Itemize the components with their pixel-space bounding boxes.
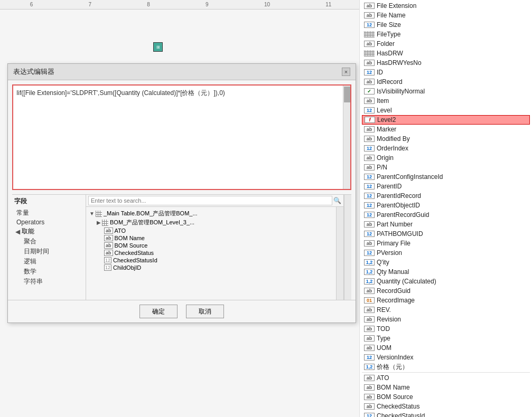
- fields-item-constants[interactable]: 常量: [14, 208, 83, 218]
- sidebar-item-recordimage[interactable]: 01 RecordImage: [362, 296, 530, 305]
- num-icon: 1,2: [364, 364, 375, 370]
- sidebar-item-quantity-calculated[interactable]: 1,2 Quantity (Calculated): [362, 277, 530, 286]
- ab-icon: ab: [364, 307, 375, 313]
- tree-12-icon: 12: [104, 257, 111, 263]
- sidebar-item-bomsource2[interactable]: ab BOM Source: [362, 392, 530, 402]
- sidebar-item-filetype[interactable]: FileType: [362, 30, 530, 39]
- sidebar-item-tod[interactable]: ab TOD: [362, 324, 530, 334]
- fields-item-datetime[interactable]: 日期时间: [22, 247, 83, 257]
- sidebar-item-origin[interactable]: ab Origin: [362, 153, 530, 163]
- sidebar-item-level[interactable]: 12 Level: [362, 106, 530, 115]
- sidebar-item-revision[interactable]: ab Revision: [362, 315, 530, 324]
- search-icon: 🔍: [333, 197, 341, 204]
- tree-item-ato[interactable]: ab ATO: [103, 227, 341, 234]
- tree-item-bomsource[interactable]: ab BOM Source: [103, 242, 341, 249]
- tree-item-bomname[interactable]: ab BOM Name: [103, 234, 341, 242]
- fields-item-math[interactable]: 数学: [22, 267, 83, 277]
- sidebar-label: FileType: [377, 31, 400, 38]
- sidebar-item-checkedstatus2[interactable]: ab CheckedStatus: [362, 402, 530, 411]
- sidebar-item-price[interactable]: 1,2 价格（元）: [362, 362, 530, 372]
- fields-group-skills[interactable]: ◀ 取能: [14, 226, 83, 236]
- fields-item-skills: 取能: [22, 227, 34, 236]
- fields-item-aggregate[interactable]: 聚合: [22, 236, 83, 247]
- tree-search-input[interactable]: [88, 196, 332, 205]
- sidebar-item-parentid[interactable]: 12 ParentID: [362, 182, 530, 191]
- sidebar-label: P/N: [377, 164, 387, 171]
- sidebar-label: 价格（元）: [377, 363, 408, 372]
- num-icon: 12: [364, 202, 375, 209]
- sidebar-item-parentconfiginstanceid[interactable]: 12 ParentConfigInstanceId: [362, 172, 530, 182]
- ab-icon: ab: [364, 394, 375, 400]
- sidebar-label: ParentObjectID: [377, 202, 420, 209]
- sidebar-item-file-name[interactable]: ab File Name: [362, 11, 530, 20]
- sidebar-item-pversion[interactable]: 12 PVersion: [362, 248, 530, 258]
- tree-child-group[interactable]: ▶ BOM_产品管理BOM_Level_3_...: [96, 218, 341, 227]
- sidebar-item-hasdrw[interactable]: HasDRW: [362, 49, 530, 58]
- tree-scrollbar[interactable]: [336, 207, 343, 300]
- sidebar-item-orderindex[interactable]: 12 OrderIndex: [362, 144, 530, 153]
- confirm-button[interactable]: 确定: [139, 305, 178, 318]
- sidebar-item-rev[interactable]: ab REV.: [362, 305, 530, 315]
- sidebar-item-idrecord[interactable]: ab IdRecord: [362, 77, 530, 87]
- sidebar-item-versionindex[interactable]: 12 VersionIndex: [362, 353, 530, 362]
- sidebar-item-primary-file[interactable]: ab Primary File: [362, 239, 530, 248]
- sidebar-item-parentidrecord[interactable]: 12 ParentIdRecord: [362, 191, 530, 201]
- sidebar-item-bomname2[interactable]: ab BOM Name: [362, 383, 530, 392]
- fields-item-logic[interactable]: 逻辑: [22, 257, 83, 267]
- sidebar-item-parentobjectid[interactable]: 12 ParentObjectID: [362, 201, 530, 210]
- fields-item-string[interactable]: 字符串: [22, 277, 83, 287]
- sidebar-label: Level: [377, 107, 392, 114]
- ab-icon: ab: [364, 3, 375, 9]
- tree-root-grid-icon: [96, 211, 102, 217]
- sidebar-item-folder[interactable]: ab Folder: [362, 39, 530, 49]
- sidebar-item-uom[interactable]: ab UOM: [362, 343, 530, 353]
- sidebar-label: Type: [377, 335, 390, 342]
- sidebar-item-checkedstatusid2[interactable]: 12 CheckedStatusId: [362, 411, 530, 417]
- tree-root-label: _Main Table.BOM_产品管理BOM_...: [104, 210, 198, 217]
- tree-item-checkedstatusid[interactable]: 12 CheckedStatusId: [103, 257, 341, 264]
- fields-item-operators[interactable]: Operators: [14, 218, 83, 226]
- sidebar-item-ato2[interactable]: ab ATO: [362, 373, 530, 383]
- expression-scrollbar[interactable]: [343, 86, 350, 189]
- sidebar-label: Part Number: [377, 221, 413, 228]
- sidebar-item-type[interactable]: ab Type: [362, 334, 530, 343]
- expression-input-area[interactable]: Iif([File Extension]='SLDPRT',Sum([Quant…: [12, 84, 351, 190]
- sidebar-item-modified-by[interactable]: ab Modified By: [362, 134, 530, 144]
- tree-panel: 🔍 ▼ _Main Table.BOM_产品管理BOM_... ▶ BOM_产品…: [86, 195, 344, 300]
- sidebar-item-qty-manual[interactable]: 1,2 Qty Manual: [362, 267, 530, 277]
- canvas-element-icon: ⊞: [153, 42, 163, 52]
- sidebar-item-parentrecordguid[interactable]: 12 ParentRecordGuid: [362, 210, 530, 220]
- sidebar-label: IdRecord: [377, 78, 403, 86]
- tree-content: ▼ _Main Table.BOM_产品管理BOM_... ▶ BOM_产品管理…: [86, 207, 343, 300]
- num-icon: 12: [364, 354, 375, 361]
- sidebar-item-recordguid[interactable]: ab RecordGuid: [362, 286, 530, 296]
- sidebar-item-item[interactable]: ab Item: [362, 96, 530, 106]
- sidebar-item-isvisibilitynormal[interactable]: ✓ IsVisibilityNormal: [362, 87, 530, 96]
- tree-item-childobjid[interactable]: 12 ChildObjID: [103, 264, 341, 271]
- sidebar-item-file-size[interactable]: 12 File Size: [362, 20, 530, 30]
- sidebar-item-id[interactable]: 12 ID: [362, 68, 530, 77]
- sidebar-item-level2[interactable]: f Level2: [362, 115, 530, 125]
- ab-icon: ab: [364, 126, 375, 132]
- ab-icon: ab: [364, 41, 375, 47]
- sidebar-item-pn[interactable]: ab P/N: [362, 163, 530, 172]
- tree-item-checkedstatus[interactable]: ab CheckedStatus: [103, 249, 341, 257]
- tree-child-label: BOM_产品管理BOM_Level_3_...: [110, 219, 194, 226]
- dialog-close-button[interactable]: ×: [342, 68, 350, 76]
- num-icon: 12: [364, 413, 375, 417]
- sidebar-item-hasdrwyesno[interactable]: ab HasDRWYesNo: [362, 58, 530, 68]
- sidebar-item-pathbomguid[interactable]: 12 PATHBOMGUID: [362, 229, 530, 239]
- tree-root-item[interactable]: ▼ _Main Table.BOM_产品管理BOM_...: [88, 209, 341, 218]
- sidebar-item-qity[interactable]: 1,2 Q'ity: [362, 258, 530, 267]
- ab-icon: ab: [364, 335, 375, 342]
- sidebar-label: REV.: [377, 306, 391, 314]
- ab-icon: ab: [364, 79, 375, 85]
- sidebar-item-marker[interactable]: ab Marker: [362, 125, 530, 134]
- sidebar-item-file-extension[interactable]: ab File Extension: [362, 1, 530, 11]
- ab-icon: ab: [364, 403, 375, 410]
- sidebar-label: HasDRWYesNo: [377, 59, 422, 67]
- bottom-panel-scrollbar[interactable]: [344, 195, 351, 300]
- cancel-button[interactable]: 取消: [186, 305, 224, 318]
- sidebar-label: UOM: [377, 344, 391, 352]
- sidebar-item-partnumber[interactable]: ab Part Number: [362, 220, 530, 229]
